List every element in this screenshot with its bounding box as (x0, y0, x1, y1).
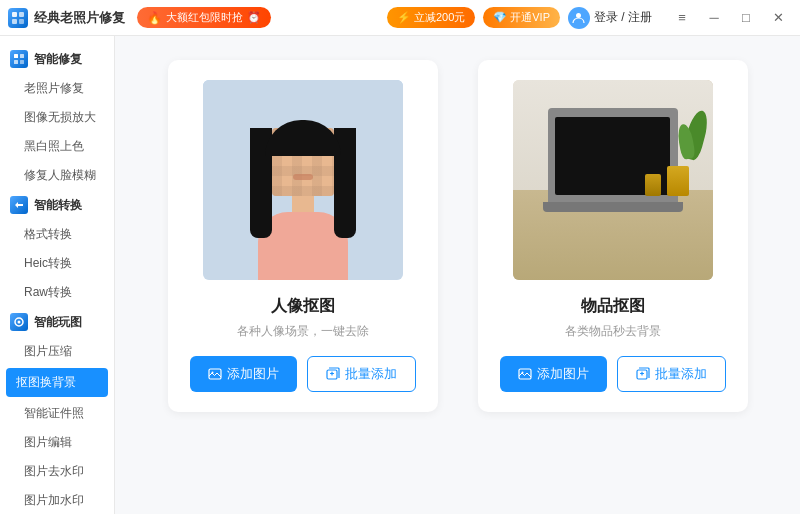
svg-rect-1 (19, 12, 24, 17)
item-batch-button[interactable]: 批量添加 (617, 356, 726, 392)
svg-rect-5 (14, 54, 18, 58)
smart-convert-icon (10, 196, 28, 214)
svg-point-10 (18, 321, 21, 324)
sidebar-section-smart-convert: 智能转换 (0, 190, 114, 220)
portrait-title: 人像抠图 (271, 296, 335, 317)
sidebar-item-watermark-remove[interactable]: 图片去水印 (0, 457, 114, 486)
sidebar-section-smart-repair: 智能修复 (0, 44, 114, 74)
portrait-add-button[interactable]: 添加图片 (190, 356, 297, 392)
smart-repair-label: 智能修复 (34, 51, 82, 68)
sidebar-item-old-photo[interactable]: 老照片修复 (0, 74, 114, 103)
portrait-add-label: 添加图片 (227, 365, 279, 383)
svg-rect-0 (12, 12, 17, 17)
diamond-icon: 💎 (493, 11, 507, 24)
item-subtitle: 各类物品秒去背景 (565, 323, 661, 340)
portrait-card: 人像抠图 各种人像场景，一键去除 添加图片 (168, 60, 438, 412)
item-buttons: 添加图片 批量添加 (500, 356, 726, 392)
logo-icon (8, 8, 28, 28)
sidebar-item-watermark-add[interactable]: 图片加水印 (0, 486, 114, 514)
item-card: 物品抠图 各类物品秒去背景 添加图片 (478, 60, 748, 412)
portrait-subtitle: 各种人像场景，一键去除 (237, 323, 369, 340)
sidebar-item-id-photo[interactable]: 智能证件照 (0, 399, 114, 428)
svg-rect-3 (19, 19, 24, 24)
smart-fun-icon (10, 313, 28, 331)
sidebar-item-bg-remove[interactable]: 抠图换背景 (6, 368, 108, 397)
portrait-batch-button[interactable]: 批量添加 (307, 356, 416, 392)
item-add-button[interactable]: 添加图片 (500, 356, 607, 392)
vip-button[interactable]: 💎 开通VIP (483, 7, 560, 28)
main-layout: 智能修复 老照片修复 图像无损放大 黑白照上色 修复人脸模糊 智能转换 格式转换… (0, 36, 800, 514)
person-figure (248, 120, 358, 280)
promo-label: 大额红包限时抢 (166, 10, 243, 25)
portrait-buttons: 添加图片 批量添加 (190, 356, 416, 392)
sidebar-item-colorize[interactable]: 黑白照上色 (0, 132, 114, 161)
sidebar-item-face[interactable]: 修复人脸模糊 (0, 161, 114, 190)
item-add-label: 添加图片 (537, 365, 589, 383)
window-controls: ≡ ─ □ ✕ (668, 7, 792, 29)
login-label: 登录 / 注册 (594, 9, 652, 26)
lightning-icon: ⚡ (397, 11, 411, 24)
fire-icon: 🔥 (147, 11, 162, 25)
portrait-illustration (203, 80, 403, 280)
svg-rect-6 (20, 54, 24, 58)
title-bar-right: ⚡ 立减200元 💎 开通VIP 登录 / 注册 ≡ ─ □ ✕ (387, 7, 792, 29)
clock-icon: ⏰ (247, 11, 261, 24)
avatar (568, 7, 590, 29)
svg-rect-2 (12, 19, 17, 24)
sidebar-item-compress[interactable]: 图片压缩 (0, 337, 114, 366)
sidebar-item-heic[interactable]: Heic转换 (0, 249, 114, 278)
item-image (513, 80, 713, 280)
smart-fun-label: 智能玩图 (34, 314, 82, 331)
sidebar-item-format[interactable]: 格式转换 (0, 220, 114, 249)
portrait-batch-label: 批量添加 (345, 365, 397, 383)
promo-banner[interactable]: 🔥 大额红包限时抢 ⏰ (137, 7, 271, 28)
sidebar-section-smart-fun: 智能玩图 (0, 307, 114, 337)
close-button[interactable]: ✕ (764, 7, 792, 29)
smart-convert-label: 智能转换 (34, 197, 82, 214)
batch-icon (326, 367, 340, 381)
content-area: 人像抠图 各种人像场景，一键去除 添加图片 (115, 36, 800, 514)
add-image-icon (208, 367, 222, 381)
laptop-illustration (513, 80, 713, 280)
item-title: 物品抠图 (581, 296, 645, 317)
svg-rect-7 (14, 60, 18, 64)
menu-button[interactable]: ≡ (668, 7, 696, 29)
portrait-image (203, 80, 403, 280)
app-title: 经典老照片修复 (34, 9, 125, 27)
add-image-icon2 (518, 367, 532, 381)
sidebar-item-raw[interactable]: Raw转换 (0, 278, 114, 307)
maximize-button[interactable]: □ (732, 7, 760, 29)
login-button[interactable]: 登录 / 注册 (568, 7, 652, 29)
sidebar-item-edit[interactable]: 图片编辑 (0, 428, 114, 457)
sidebar: 智能修复 老照片修复 图像无损放大 黑白照上色 修复人脸模糊 智能转换 格式转换… (0, 36, 115, 514)
discount-label: 立减200元 (414, 10, 465, 25)
smart-repair-icon (10, 50, 28, 68)
title-bar: 经典老照片修复 🔥 大额红包限时抢 ⏰ ⚡ 立减200元 💎 开通VIP 登录 … (0, 0, 800, 36)
app-logo: 经典老照片修复 (8, 8, 125, 28)
batch-icon2 (636, 367, 650, 381)
item-batch-label: 批量添加 (655, 365, 707, 383)
minimize-button[interactable]: ─ (700, 7, 728, 29)
discount-button[interactable]: ⚡ 立减200元 (387, 7, 475, 28)
svg-point-4 (576, 13, 581, 18)
sidebar-item-enlarge[interactable]: 图像无损放大 (0, 103, 114, 132)
vip-label: 开通VIP (510, 10, 550, 25)
svg-rect-8 (20, 60, 24, 64)
